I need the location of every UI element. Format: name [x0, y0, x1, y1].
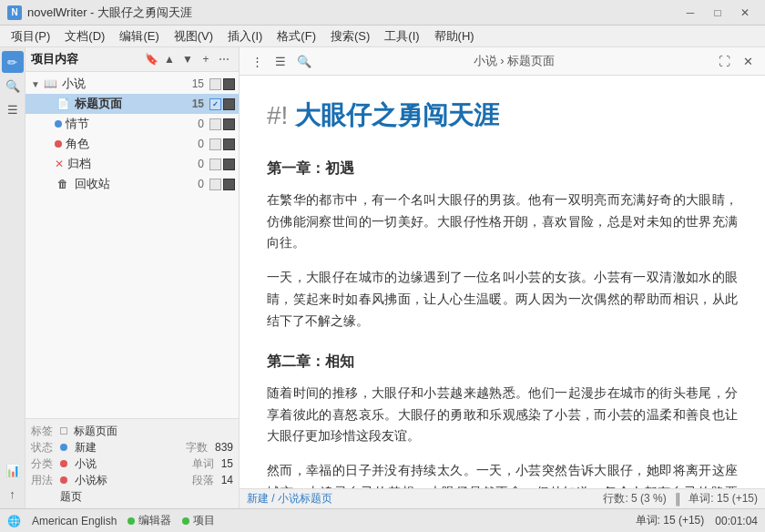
tree-item-actions: ✓	[209, 98, 235, 110]
tree-action-icon-1[interactable]	[209, 138, 221, 150]
move-up-button[interactable]: ▲	[160, 50, 178, 68]
close-button[interactable]: ✕	[732, 4, 758, 22]
menu-insert[interactable]: 插入(I)	[220, 26, 270, 46]
tree-action-icon-2[interactable]	[223, 179, 235, 190]
content-footer: 新建 / 小说标题页 行数: 5 (3 %) ║ 单词: 15 (+15)	[240, 488, 765, 508]
tree-view: ▼ 📖 小说 15 📄 标题页面 15 ✓	[26, 72, 239, 418]
tree-check-icon[interactable]: ✓	[209, 98, 221, 110]
char-dot-icon	[55, 140, 62, 148]
tree-item-actions	[209, 159, 235, 170]
move-down-button[interactable]: ▼	[178, 50, 197, 68]
project-status-item: 项目	[182, 513, 215, 528]
window-title: novelWriter - 大眼仔之勇闯天涯	[27, 5, 678, 21]
menu-project[interactable]: 项目(P)	[4, 26, 57, 46]
word-info: 单词: 15 (+15)	[688, 491, 758, 506]
window-controls: ─ □ ✕	[678, 4, 758, 22]
tree-action-icon-2[interactable]	[223, 78, 235, 90]
words-value: 15	[221, 457, 233, 470]
tree-action-icon-2[interactable]	[223, 118, 235, 130]
language-label: American English	[32, 515, 117, 527]
paragraph-1: 在繁华的都市中，有一个名叫大眼仔的男孩。他有一双明亮而充满好奇的大眼睛，仿佛能洞…	[267, 189, 738, 254]
content-header: ⋮ ☰ 🔍 小说 › 标题页面 ⛶ ✕	[240, 47, 765, 76]
maximize-button[interactable]: □	[705, 4, 730, 22]
category-label: 分类	[31, 456, 56, 472]
tree-item-count: 0	[186, 138, 204, 150]
close-editor-button[interactable]: ✕	[738, 51, 758, 71]
minimize-button[interactable]: ─	[678, 4, 703, 22]
chapter-heading-2: 第二章：相知	[267, 349, 738, 373]
fullscreen-button[interactable]: ⛶	[714, 51, 734, 71]
add-item-button[interactable]: +	[197, 50, 215, 68]
outline-button[interactable]: ☰	[270, 51, 291, 71]
tree-action-icon-1[interactable]	[209, 118, 221, 130]
menu-edit[interactable]: 编辑(E)	[112, 26, 166, 46]
list-rail-icon[interactable]: ☰	[2, 98, 24, 120]
usage-dot	[60, 476, 67, 484]
archive-x-icon: ✕	[55, 158, 64, 170]
plot-dot-icon	[55, 120, 62, 128]
usage-value: 小说标	[75, 473, 107, 488]
tree-item-trash[interactable]: 🗑 回收站 0	[26, 174, 239, 194]
category-value: 小说	[75, 456, 97, 472]
row-info: 行数: 5 (3 %)	[603, 491, 666, 506]
tree-action-icon-1[interactable]	[209, 159, 221, 170]
status-dot	[60, 444, 67, 451]
paragraph-4: 然而，幸福的日子并没有持续太久。一天，小芸突然告诉大眼仔，她即将离开这座城市，去…	[267, 460, 738, 488]
menu-format[interactable]: 格式(F)	[270, 26, 323, 46]
tree-item-count: 15	[186, 97, 204, 110]
category-row: 分类 小说 单词 15	[31, 455, 233, 472]
tree-action-icon-2[interactable]	[223, 138, 235, 150]
content-area: ⋮ ☰ 🔍 小说 › 标题页面 ⛶ ✕ #! 大眼仔之勇闯天涯 第一章：初遇 在…	[240, 47, 765, 508]
menu-tools[interactable]: 工具(I)	[377, 26, 426, 46]
status-time: 00:01:04	[715, 515, 758, 527]
tree-action-icon[interactable]	[223, 98, 235, 110]
export-rail-icon[interactable]: ↑	[2, 483, 24, 505]
para-label: 段落	[192, 473, 218, 488]
tree-item-label: 标题页面	[75, 96, 186, 112]
tree-item-novel[interactable]: ▼ 📖 小说 15	[26, 74, 239, 94]
words-label: 单词	[192, 456, 218, 472]
menu-document[interactable]: 文档(D)	[57, 26, 112, 46]
tree-action-icon-2[interactable]	[223, 159, 235, 170]
editor-status-item: 编辑器	[128, 513, 171, 528]
tree-item-label: 角色	[66, 136, 186, 152]
menu-view[interactable]: 视图(V)	[167, 26, 220, 46]
usage-detail-row: 题页	[31, 488, 233, 505]
tree-item-label: 回收站	[75, 176, 186, 192]
more-options-button[interactable]: ⋯	[215, 50, 233, 68]
editor-content[interactable]: #! 大眼仔之勇闯天涯 第一章：初遇 在繁华的都市中，有一个名叫大眼仔的男孩。他…	[240, 76, 765, 488]
word-value: 839	[215, 441, 233, 454]
tree-action-icon-1[interactable]	[209, 179, 221, 190]
project-status-label: 项目	[193, 513, 215, 528]
tree-item-actions	[209, 138, 235, 150]
document-title: #! 大眼仔之勇闯天涯	[267, 94, 738, 138]
tree-item-plot[interactable]: 情节 0	[26, 114, 239, 134]
status-row: 状态 新建 字数 839	[31, 439, 233, 455]
menu-dots-button[interactable]: ⋮	[247, 51, 267, 71]
trash-icon: 🗑	[55, 176, 71, 192]
menu-bar: 项目(P) 文档(D) 编辑(E) 视图(V) 插入(I) 格式(F) 搜索(S…	[0, 26, 765, 47]
usage-row: 用法 小说标 段落 14	[31, 472, 233, 488]
search-rail-icon[interactable]: 🔍	[2, 75, 24, 97]
breadcrumb: 小说 › 标题页面	[314, 53, 714, 69]
search-button[interactable]: 🔍	[294, 51, 314, 71]
title-bar: N novelWriter - 大眼仔之勇闯天涯 ─ □ ✕	[0, 0, 765, 26]
usage-detail-value: 题页	[60, 489, 82, 505]
tag-label: 标签	[31, 424, 56, 439]
tag-value: 标题页面	[74, 424, 117, 439]
menu-help[interactable]: 帮助(H)	[427, 26, 482, 46]
edit-rail-icon[interactable]: ✏	[2, 51, 24, 73]
menu-search[interactable]: 搜索(S)	[323, 26, 377, 46]
para-value: 14	[221, 474, 233, 486]
tree-action-icon-1[interactable]	[209, 78, 221, 90]
tag-checkbox	[60, 427, 67, 435]
chart-rail-icon[interactable]: 📊	[2, 459, 24, 481]
tree-item-characters[interactable]: 角色 0	[26, 134, 239, 154]
bookmark-button[interactable]: 🔖	[142, 50, 160, 68]
status-label: 状态	[31, 440, 56, 455]
chapter-heading-1: 第一章：初遇	[267, 156, 738, 180]
tree-item-archive[interactable]: ✕ 归档 0	[26, 154, 239, 174]
editor-status-label: 编辑器	[138, 513, 171, 528]
tree-item-titlepage[interactable]: 📄 标题页面 15 ✓	[26, 94, 239, 114]
title-text: 大眼仔之勇闯天涯	[295, 101, 499, 129]
